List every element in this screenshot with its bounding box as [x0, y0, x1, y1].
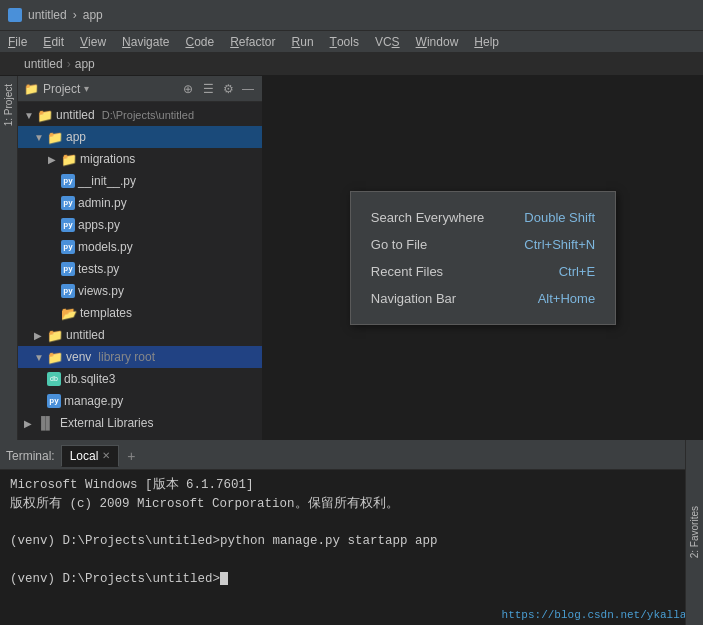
- tree-item-admin[interactable]: py admin.py: [18, 192, 262, 214]
- settings-icon[interactable]: ⚙: [220, 81, 236, 97]
- locate-icon[interactable]: ⊕: [180, 81, 196, 97]
- popup-item-recent[interactable]: Recent Files Ctrl+E: [371, 258, 595, 285]
- breadcrumb-project[interactable]: untitled: [24, 57, 63, 71]
- menu-run[interactable]: Run: [284, 31, 322, 52]
- terminal-tab-local-label: Local: [70, 449, 99, 463]
- tree-label: views.py: [78, 284, 124, 298]
- tree-item-app[interactable]: ▼ 📁 app: [18, 126, 262, 148]
- tree-item-untitled-root[interactable]: ▼ 📁 untitled D:\Projects\untitled: [18, 104, 262, 126]
- tree-item-templates[interactable]: 📂 templates: [18, 302, 262, 324]
- terminal-url: https://blog.csdn.net/ykallan: [502, 609, 693, 621]
- tree-label: manage.py: [64, 394, 123, 408]
- breadcrumb-bar: untitled › app: [0, 52, 703, 76]
- popup-label: Go to File: [371, 237, 427, 252]
- arrow-icon: ▶: [24, 418, 34, 429]
- title-project: untitled: [28, 8, 67, 22]
- arrow-spacer: [48, 308, 58, 319]
- arrow-spacer: [48, 198, 58, 209]
- tree-item-venv[interactable]: ▼ 📁 venv library root: [18, 346, 262, 368]
- tree-item-manage[interactable]: py manage.py: [18, 390, 262, 412]
- tree-label: venv: [66, 350, 91, 364]
- terminal-line-1: Microsoft Windows [版本 6.1.7601]: [10, 476, 693, 495]
- breadcrumb-app[interactable]: app: [75, 57, 95, 71]
- tree-label: tests.py: [78, 262, 119, 276]
- terminal-header-label: Terminal:: [6, 449, 55, 463]
- tree-item-migrations[interactable]: ▶ 📁 migrations: [18, 148, 262, 170]
- content-area: Search Everywhere Double Shift Go to Fil…: [263, 76, 703, 440]
- tree-label: db.sqlite3: [64, 372, 115, 386]
- cursor: [220, 572, 228, 585]
- favorites-tab[interactable]: 2: Favorites: [685, 440, 703, 625]
- arrow-icon: ▶: [34, 330, 44, 341]
- menu-window[interactable]: Window: [408, 31, 467, 52]
- popup-item-navbar[interactable]: Navigation Bar Alt+Home: [371, 285, 595, 312]
- collapse-icon[interactable]: ☰: [200, 81, 216, 97]
- popup-shortcut: Double Shift: [524, 210, 595, 225]
- terminal-line-blank1: [10, 514, 693, 533]
- py-icon: py: [61, 174, 75, 188]
- py-icon: py: [61, 240, 75, 254]
- terminal-add-button[interactable]: +: [121, 446, 141, 466]
- title-separator: ›: [73, 8, 77, 22]
- tree-item-models[interactable]: py models.py: [18, 236, 262, 258]
- minimize-icon[interactable]: —: [240, 81, 256, 97]
- tree-item-ext-libs[interactable]: ▶ ▐▌ External Libraries: [18, 412, 262, 434]
- menu-tools[interactable]: Tools: [322, 31, 367, 52]
- tree-label: untitled: [66, 328, 105, 342]
- favorites-tab-label[interactable]: 2: Favorites: [689, 506, 700, 558]
- folder-open-icon: 📂: [61, 306, 77, 321]
- tree-item-db[interactable]: db db.sqlite3: [18, 368, 262, 390]
- terminal-area: Terminal: Local ✕ + Microsoft Windows [版…: [0, 440, 703, 625]
- popup-label: Search Everywhere: [371, 210, 484, 225]
- menu-view[interactable]: View: [72, 31, 114, 52]
- project-header-left: 📁 Project ▾: [24, 82, 89, 96]
- popup-label: Navigation Bar: [371, 291, 456, 306]
- menu-refactor[interactable]: Refactor: [222, 31, 283, 52]
- tree-item-untitled-sub[interactable]: ▶ 📁 untitled: [18, 324, 262, 346]
- arrow-icon: ▼: [24, 110, 34, 121]
- breadcrumb-icon: [8, 58, 20, 70]
- arrow-icon: ▼: [34, 132, 44, 143]
- py-icon: py: [61, 218, 75, 232]
- tree-item-init[interactable]: py __init__.py: [18, 170, 262, 192]
- tree-item-scratches[interactable]: ✎ Scratches and Consoles: [18, 434, 262, 440]
- menu-navigate[interactable]: Navigate: [114, 31, 177, 52]
- menu-bar: File Edit View Navigate Code Refactor Ru…: [0, 30, 703, 52]
- tree-item-tests[interactable]: py tests.py: [18, 258, 262, 280]
- tree-label: models.py: [78, 240, 133, 254]
- menu-edit[interactable]: Edit: [35, 31, 72, 52]
- arrow-icon: ▶: [48, 154, 58, 165]
- popup-shortcut: Ctrl+E: [559, 264, 595, 279]
- menu-vcs[interactable]: VCS: [367, 31, 408, 52]
- title-bar: untitled › app: [0, 0, 703, 30]
- project-dropdown-icon[interactable]: ▾: [84, 83, 89, 94]
- menu-help[interactable]: Help: [466, 31, 507, 52]
- terminal-tab-local[interactable]: Local ✕: [61, 445, 120, 467]
- tree-label: untitled: [56, 108, 95, 122]
- arrow-spacer: [48, 242, 58, 253]
- project-header-icons: ⊕ ☰ ⚙ —: [180, 81, 256, 97]
- menu-file[interactable]: File: [0, 31, 35, 52]
- tree-label: apps.py: [78, 218, 120, 232]
- tree-label: migrations: [80, 152, 135, 166]
- tree-item-apps[interactable]: py apps.py: [18, 214, 262, 236]
- terminal-line-cmd: (venv) D:\Projects\untitled>python manag…: [10, 532, 693, 551]
- menu-code[interactable]: Code: [177, 31, 222, 52]
- project-title: Project: [43, 82, 80, 96]
- arrow-spacer: [48, 220, 58, 231]
- project-panel: 📁 Project ▾ ⊕ ☰ ⚙ — ▼ 📁 untitled D:\Proj…: [18, 76, 263, 440]
- folder-icon: 📁: [47, 328, 63, 343]
- sidebar-tab[interactable]: 1: Project: [0, 76, 18, 440]
- arrow-spacer: [48, 264, 58, 275]
- popup-shortcut: Ctrl+Shift+N: [524, 237, 595, 252]
- terminal-close-icon[interactable]: ✕: [102, 450, 110, 461]
- popup-item-goto[interactable]: Go to File Ctrl+Shift+N: [371, 231, 595, 258]
- popup-label: Recent Files: [371, 264, 443, 279]
- terminal-content[interactable]: Microsoft Windows [版本 6.1.7601] 版权所有 (c)…: [0, 470, 703, 625]
- popup-item-search[interactable]: Search Everywhere Double Shift: [371, 204, 595, 231]
- tree-label: admin.py: [78, 196, 127, 210]
- arrow-spacer: [24, 440, 34, 441]
- tree-item-views[interactable]: py views.py: [18, 280, 262, 302]
- title-subpath: app: [83, 8, 103, 22]
- sidebar-tab-label[interactable]: 1: Project: [1, 80, 16, 130]
